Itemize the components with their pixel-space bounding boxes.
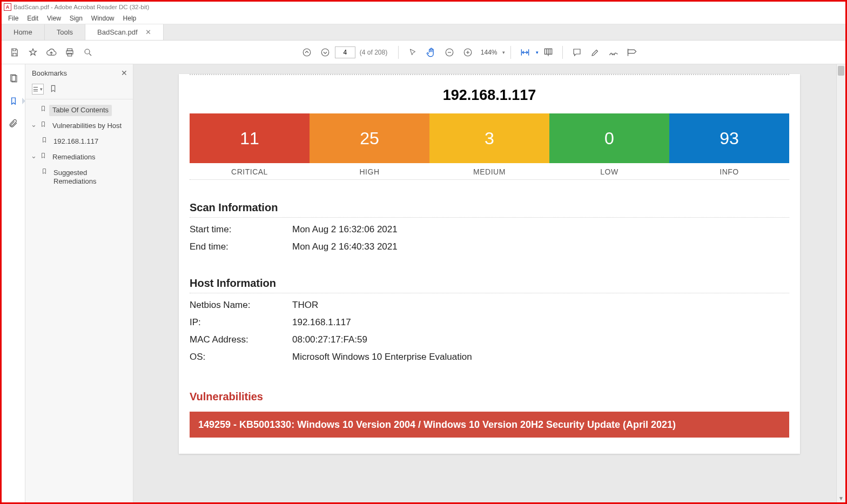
collapse-icon[interactable]: ⌄ xyxy=(30,120,37,130)
mac-key: MAC Address: xyxy=(190,334,292,345)
bookmarks-title: Bookmarks xyxy=(32,69,67,77)
thumbnails-icon[interactable] xyxy=(6,71,21,86)
bookmark-item-icon xyxy=(39,105,47,115)
hand-icon[interactable] xyxy=(422,44,440,61)
svg-point-4 xyxy=(303,49,311,56)
tab-document[interactable]: BadScan.pdf ✕ xyxy=(85,24,163,40)
collapse-icon[interactable]: ⌄ xyxy=(30,152,37,161)
stamp-icon[interactable] xyxy=(623,44,641,61)
host-info-heading: Host Information xyxy=(190,277,789,290)
bookmark-options-icon[interactable]: ☰▾ xyxy=(32,84,44,95)
bookmark-item-icon xyxy=(41,167,48,177)
bookmark-item-icon xyxy=(39,152,47,162)
scan-info-heading: Scan Information xyxy=(190,201,789,214)
fit-width-icon[interactable] xyxy=(516,44,534,61)
bookmark-suggested-remediations[interactable]: Suggested Remediations xyxy=(25,165,133,190)
page-number-input[interactable] xyxy=(335,46,355,58)
vertical-scrollbar[interactable]: ▲ ▼ xyxy=(836,64,845,502)
svg-point-5 xyxy=(321,49,329,56)
separator xyxy=(190,293,789,293)
svg-point-3 xyxy=(85,49,90,54)
zoom-in-icon[interactable] xyxy=(459,44,476,61)
scroll-down-icon[interactable]: ▼ xyxy=(837,494,845,502)
os-value: Microsoft Windows 10 Enterprise Evaluati… xyxy=(292,352,472,362)
separator xyxy=(562,46,563,59)
tab-bar: Home Tools BadScan.pdf ✕ xyxy=(2,24,845,41)
page-up-icon[interactable] xyxy=(298,44,315,61)
bookmark-host-192-168-1-117[interactable]: 192.168.1.117 xyxy=(25,134,133,150)
zoom-out-icon[interactable] xyxy=(441,44,458,61)
bookmark-toc[interactable]: Table Of Contents xyxy=(25,103,133,118)
ip-key: IP: xyxy=(190,317,292,328)
read-mode-icon[interactable] xyxy=(540,44,557,61)
bookmark-item-icon xyxy=(39,120,47,130)
main-area: Bookmarks ✕ ☰▾ Table Of Contents ⌄ xyxy=(2,64,845,502)
bookmark-item-icon xyxy=(41,136,48,146)
svg-rect-2 xyxy=(68,53,72,56)
menu-help[interactable]: Help xyxy=(119,14,141,23)
severity-low-count: 0 xyxy=(549,113,669,163)
scan-start-key: Start time: xyxy=(190,224,292,235)
panel-close-icon[interactable]: ✕ xyxy=(121,69,127,77)
fit-dropdown-icon[interactable]: ▾ xyxy=(536,50,539,55)
menu-window[interactable]: Window xyxy=(87,14,119,23)
os-key: OS: xyxy=(190,352,292,362)
window-title: BadScan.pdf - Adobe Acrobat Reader DC (3… xyxy=(14,4,149,10)
severity-low-label: LOW xyxy=(549,167,669,176)
bookmark-label: Table Of Contents xyxy=(49,105,112,116)
search-icon[interactable] xyxy=(79,44,97,61)
bookmark-label: Remediations xyxy=(49,152,99,163)
menu-bar: File Edit View Sign Window Help xyxy=(2,12,845,24)
sign-icon[interactable] xyxy=(605,44,622,61)
severity-info-label: INFO xyxy=(669,167,789,176)
tab-home[interactable]: Home xyxy=(2,24,45,40)
tab-home-label: Home xyxy=(14,28,32,36)
pdf-page: 192.168.1.117 11 25 3 0 93 CRITICAL HIGH… xyxy=(179,74,800,454)
highlight-icon[interactable] xyxy=(587,44,604,61)
vulnerabilities-heading: Vulnerabilities xyxy=(190,391,789,403)
bookmarks-icon[interactable] xyxy=(6,93,21,109)
bookmark-label: Suggested Remediations xyxy=(50,167,130,188)
severity-info-count: 93 xyxy=(669,113,789,163)
severity-summary: 11 25 3 0 93 xyxy=(190,113,789,163)
scrollbar-thumb[interactable] xyxy=(838,66,844,76)
cloud-upload-icon[interactable] xyxy=(43,44,60,61)
print-icon[interactable] xyxy=(61,44,78,61)
separator xyxy=(398,46,399,59)
menu-file[interactable]: File xyxy=(4,14,23,23)
vulnerability-item: 149259 - KB5001330: Windows 10 Version 2… xyxy=(190,412,789,438)
attachments-icon[interactable] xyxy=(6,116,21,131)
title-bar: A BadScan.pdf - Adobe Acrobat Reader DC … xyxy=(2,2,845,12)
bookmarks-panel: Bookmarks ✕ ☰▾ Table Of Contents ⌄ xyxy=(25,64,133,502)
separator xyxy=(190,74,789,75)
severity-medium-label: MEDIUM xyxy=(429,167,549,176)
new-bookmark-icon[interactable] xyxy=(49,84,57,95)
star-icon[interactable] xyxy=(24,44,42,61)
separator xyxy=(190,217,789,218)
scan-end-key: End time: xyxy=(190,241,292,252)
severity-medium-count: 3 xyxy=(429,113,549,163)
save-icon[interactable] xyxy=(6,44,23,61)
separator xyxy=(510,46,511,59)
menu-sign[interactable]: Sign xyxy=(65,14,87,23)
page-down-icon[interactable] xyxy=(317,44,334,61)
tab-document-label: BadScan.pdf xyxy=(97,28,137,36)
bookmark-remediations[interactable]: ⌄ Remediations xyxy=(25,150,133,165)
bookmark-vuln-by-host[interactable]: ⌄ Vulnerabilities by Host xyxy=(25,118,133,134)
menu-view[interactable]: View xyxy=(43,14,65,23)
mac-value: 08:00:27:17:FA:59 xyxy=(292,334,367,345)
left-rail xyxy=(2,64,25,502)
tab-tools[interactable]: Tools xyxy=(45,24,85,40)
tab-close-icon[interactable]: ✕ xyxy=(145,28,151,36)
document-viewport[interactable]: 192.168.1.117 11 25 3 0 93 CRITICAL HIGH… xyxy=(133,64,845,502)
toolbar: (4 of 208) 144% ▾ ▾ xyxy=(2,41,845,64)
netbios-value: THOR xyxy=(292,300,318,311)
menu-edit[interactable]: Edit xyxy=(23,14,43,23)
pointer-icon[interactable] xyxy=(404,44,421,61)
bookmarks-tree: Table Of Contents ⌄ Vulnerabilities by H… xyxy=(25,99,133,193)
netbios-key: Netbios Name: xyxy=(190,300,292,311)
zoom-dropdown-icon[interactable]: ▾ xyxy=(502,50,505,55)
comment-icon[interactable] xyxy=(568,44,586,61)
scan-end-value: Mon Aug 2 16:40:33 2021 xyxy=(292,241,398,252)
severity-high-count: 25 xyxy=(310,113,429,163)
